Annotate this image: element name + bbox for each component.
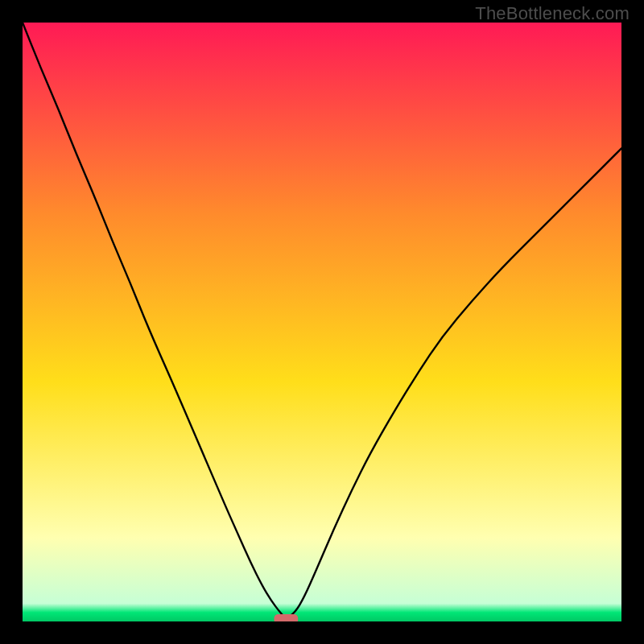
- optimal-marker: [274, 614, 298, 621]
- chart-container: TheBottleneck.com: [0, 0, 644, 644]
- watermark-text: TheBottleneck.com: [475, 3, 630, 24]
- plot-area: [23, 23, 621, 621]
- gradient-background: [23, 23, 621, 621]
- bottleneck-chart: [23, 23, 621, 621]
